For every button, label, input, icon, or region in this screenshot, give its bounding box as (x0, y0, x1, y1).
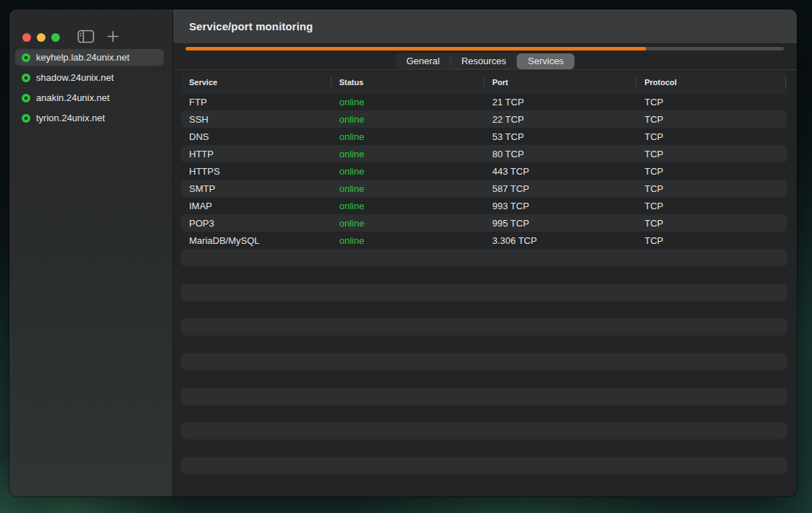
sidebar-item-server[interactable]: anakin.24unix.net (15, 89, 164, 106)
table-row[interactable]: SSHonline22 TCPTCP (181, 110, 787, 128)
sidebar-item-server[interactable]: tyrion.24unix.net (15, 110, 164, 126)
cell-protocol: TCP (637, 201, 786, 211)
zoom-button[interactable] (51, 33, 60, 42)
server-status-dot (22, 53, 30, 62)
server-status-dot (22, 94, 30, 102)
cell-status: online (331, 149, 484, 159)
server-status-dot (22, 114, 30, 123)
cell-protocol: TCP (637, 97, 786, 108)
cell-service: IMAP (181, 201, 331, 211)
server-name: shadow.24unix.net (36, 72, 114, 83)
tab-services[interactable]: Services (517, 53, 575, 69)
cell-protocol: TCP (637, 114, 786, 125)
column-header-status[interactable]: Status (331, 71, 484, 92)
cell-port: 53 TCP (484, 131, 637, 142)
sidebar-item-server[interactable]: keyhelp.lab.24unix.net (15, 49, 164, 66)
column-header-protocol[interactable]: Protocol (637, 71, 786, 92)
cell-protocol: TCP (637, 183, 786, 194)
toolbar-strip: GeneralResourcesServices (173, 44, 797, 70)
server-name: keyhelp.lab.24unix.net (36, 52, 129, 63)
cell-service: FTP (181, 97, 331, 108)
cell-service: SMTP (181, 183, 331, 194)
sidebar-toolbar (77, 30, 119, 43)
progress-fill (185, 47, 646, 51)
close-button[interactable] (22, 33, 31, 42)
table-row[interactable]: POP3online995 TCPTCP (181, 214, 787, 232)
sidebar-item-server[interactable]: shadow.24unix.net (15, 69, 164, 86)
cell-service: MariaDB/MySQL (181, 235, 331, 246)
server-name: tyrion.24unix.net (36, 113, 105, 123)
sidebar-toggle-icon[interactable] (77, 30, 95, 43)
cell-service: HTTPS (181, 166, 331, 177)
cell-status: online (331, 114, 484, 125)
app-window: keyhelp.lab.24unix.netshadow.24unix.neta… (9, 9, 797, 496)
cell-status: online (331, 235, 484, 246)
add-server-icon[interactable] (107, 30, 119, 43)
cell-protocol: TCP (637, 166, 786, 177)
cell-status: online (331, 201, 484, 211)
cell-port: 587 TCP (484, 183, 637, 194)
table-row[interactable]: DNSonline53 TCPTCP (181, 128, 787, 145)
column-header-port[interactable]: Port (484, 71, 637, 92)
cell-service: DNS (181, 131, 331, 142)
table-row-empty (181, 474, 787, 491)
cell-protocol: TCP (637, 218, 786, 229)
table-row-empty (181, 405, 787, 422)
table-row-empty (181, 336, 787, 353)
server-status-dot (22, 74, 30, 82)
main-panel: Service/port monitoring GeneralResources… (173, 9, 797, 496)
cell-port: 21 TCP (484, 97, 637, 108)
cell-port: 80 TCP (484, 149, 637, 159)
table-row-empty (181, 266, 787, 284)
table-body: FTPonline21 TCPTCPSSHonline22 TCPTCPDNSo… (181, 93, 787, 491)
server-list: keyhelp.lab.24unix.netshadow.24unix.neta… (15, 49, 164, 126)
table-row[interactable]: SMTPonline587 TCPTCP (181, 180, 787, 197)
column-header-service[interactable]: Service (181, 71, 331, 92)
minimize-button[interactable] (37, 33, 45, 42)
table-row[interactable]: HTTPSonline443 TCPTCP (181, 162, 787, 180)
table-row[interactable]: MariaDB/MySQLonline3.306 TCPTCP (181, 232, 787, 249)
cell-protocol: TCP (637, 235, 786, 246)
desktop: { "window": { "title": "Service/port mon… (0, 0, 812, 513)
titlebar: Service/port monitoring (173, 9, 797, 44)
table-row-empty (181, 457, 787, 474)
cell-protocol: TCP (637, 131, 786, 142)
cell-service: SSH (181, 114, 331, 125)
tab-bar: GeneralResourcesServices (396, 53, 575, 69)
window-controls (22, 33, 60, 42)
table-row-empty (181, 353, 787, 370)
cell-status: online (331, 97, 484, 108)
cell-status: online (331, 183, 484, 194)
table-row-empty (181, 370, 787, 387)
cell-port: 443 TCP (484, 166, 637, 177)
table-header: Service Status Port Protocol (181, 71, 787, 93)
cell-service: POP3 (181, 218, 331, 229)
cell-port: 3.306 TCP (484, 235, 637, 246)
server-name: anakin.24unix.net (36, 92, 110, 103)
table-row-empty (181, 284, 787, 301)
tab-resources[interactable]: Resources (450, 53, 517, 69)
cell-protocol: TCP (637, 149, 786, 159)
table-row-empty (181, 318, 787, 336)
table-row[interactable]: HTTPonline80 TCPTCP (181, 145, 787, 162)
table-row-empty (181, 422, 787, 439)
table-row[interactable]: FTPonline21 TCPTCP (181, 93, 787, 110)
cell-port: 993 TCP (484, 201, 637, 211)
table-row[interactable]: IMAPonline993 TCPTCP (181, 197, 787, 214)
sidebar: keyhelp.lab.24unix.netshadow.24unix.neta… (9, 9, 173, 496)
cell-status: online (331, 218, 484, 229)
cell-status: online (331, 131, 484, 142)
table-row-empty (181, 387, 787, 405)
cell-port: 995 TCP (484, 218, 637, 229)
table-row-empty (181, 301, 787, 318)
cell-port: 22 TCP (484, 114, 637, 125)
progress-bar (185, 47, 784, 51)
tab-general[interactable]: General (396, 53, 450, 69)
cell-status: online (331, 166, 484, 177)
cell-service: HTTP (181, 149, 331, 159)
table-row-empty (181, 249, 787, 266)
page-title: Service/port monitoring (189, 20, 313, 32)
services-table: Service Status Port Protocol FTPonline21… (181, 71, 787, 491)
table-row-empty (181, 439, 787, 457)
